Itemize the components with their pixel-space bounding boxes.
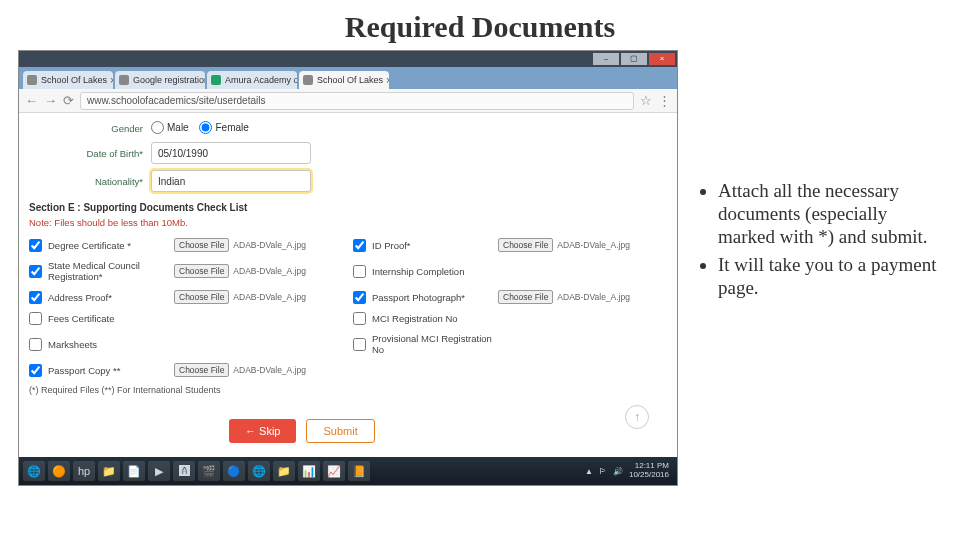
browser-tab[interactable]: Amura Academy of H× bbox=[207, 71, 297, 89]
file-chooser: Choose FileADAB-DVale_A.jpg bbox=[498, 238, 630, 252]
label-dob: Date of Birth* bbox=[29, 148, 151, 159]
document-label: ID Proof* bbox=[372, 240, 492, 251]
slide-bullets: Attach all the necessary documents (espe… bbox=[696, 50, 960, 306]
scroll-to-top-button[interactable]: ↑ bbox=[625, 405, 649, 429]
choose-file-button[interactable]: Choose File bbox=[174, 264, 229, 278]
submit-button[interactable]: Submit bbox=[306, 419, 374, 443]
browser-tab-active[interactable]: School Of Lakes× bbox=[299, 71, 389, 89]
window-titlebar: – ▢ × bbox=[19, 51, 677, 67]
radio-female[interactable]: Female bbox=[199, 121, 248, 134]
document-row: Address Proof*Choose FileADAB-DVale_A.jp… bbox=[29, 290, 343, 304]
favicon-icon bbox=[303, 75, 313, 85]
taskbar-app-icon[interactable]: 🅰 bbox=[173, 461, 195, 481]
bullet-item: It will take you to a payment page. bbox=[718, 254, 938, 300]
browser-tab[interactable]: School Of Lakes× bbox=[23, 71, 113, 89]
choose-file-button[interactable]: Choose File bbox=[174, 238, 229, 252]
document-label: State Medical Council Registration* bbox=[48, 260, 168, 282]
choose-file-button[interactable]: Choose File bbox=[498, 290, 553, 304]
document-checkbox[interactable] bbox=[29, 312, 42, 325]
document-label: Degree Certificate * bbox=[48, 240, 168, 251]
window-close-button[interactable]: × bbox=[649, 53, 675, 65]
document-row: MCI Registration No bbox=[353, 312, 667, 325]
radio-male[interactable]: Male bbox=[151, 121, 189, 134]
url-toolbar: ← → ⟳ www.schoolofacademics/site/userdet… bbox=[19, 89, 677, 113]
document-label: Marksheets bbox=[48, 339, 168, 350]
taskbar-app-icon[interactable]: 📁 bbox=[98, 461, 120, 481]
star-icon[interactable]: ☆ bbox=[640, 93, 652, 108]
reload-icon[interactable]: ⟳ bbox=[63, 93, 74, 108]
window-minimize-button[interactable]: – bbox=[593, 53, 619, 65]
tab-label: Amura Academy of H bbox=[225, 75, 297, 85]
taskbar-app-icon[interactable]: 🎬 bbox=[198, 461, 220, 481]
taskbar-app-icon[interactable]: 🌐 bbox=[248, 461, 270, 481]
choose-file-button[interactable]: Choose File bbox=[174, 290, 229, 304]
file-chooser: Choose FileADAB-DVale_A.jpg bbox=[174, 363, 306, 377]
taskbar-app-icon[interactable]: 📈 bbox=[323, 461, 345, 481]
taskbar-app-icon[interactable]: 🟠 bbox=[48, 461, 70, 481]
document-row: State Medical Council Registration*Choos… bbox=[29, 260, 343, 282]
taskbar-app-icon[interactable]: 📄 bbox=[123, 461, 145, 481]
document-label: Internship Completion bbox=[372, 266, 492, 277]
label-gender: Gender bbox=[29, 123, 151, 134]
document-checkbox[interactable] bbox=[353, 265, 366, 278]
chosen-file-name: ADAB-DVale_A.jpg bbox=[233, 240, 306, 250]
tab-label: School Of Lakes bbox=[41, 75, 107, 85]
document-label: Provisional MCI Registration No bbox=[372, 333, 492, 355]
required-footnote: (*) Required Files (**) For Internationa… bbox=[29, 385, 667, 395]
document-checkbox[interactable] bbox=[353, 239, 366, 252]
taskbar-app-icon[interactable]: 📊 bbox=[298, 461, 320, 481]
chosen-file-name: ADAB-DVale_A.jpg bbox=[557, 240, 630, 250]
dob-input[interactable] bbox=[151, 142, 311, 164]
taskbar-app-icon[interactable]: 🔵 bbox=[223, 461, 245, 481]
favicon-icon bbox=[119, 75, 129, 85]
back-icon[interactable]: ← bbox=[25, 93, 38, 108]
forward-icon[interactable]: → bbox=[44, 93, 57, 108]
radio-label: Male bbox=[167, 122, 189, 133]
favicon-icon bbox=[27, 75, 37, 85]
document-checkbox[interactable] bbox=[29, 364, 42, 377]
skip-button[interactable]: ← Skip bbox=[229, 419, 296, 443]
file-chooser: Choose FileADAB-DVale_A.jpg bbox=[174, 290, 306, 304]
radio-input[interactable] bbox=[151, 121, 164, 134]
document-checkbox[interactable] bbox=[353, 291, 366, 304]
close-icon[interactable]: × bbox=[383, 75, 389, 86]
menu-icon[interactable]: ⋮ bbox=[658, 93, 671, 108]
document-label: Address Proof* bbox=[48, 292, 168, 303]
radio-label: Female bbox=[215, 122, 248, 133]
tray-icon[interactable]: 🔊 bbox=[613, 467, 623, 476]
choose-file-button[interactable]: Choose File bbox=[174, 363, 229, 377]
taskbar-app-icon[interactable]: 📁 bbox=[273, 461, 295, 481]
document-label: MCI Registration No bbox=[372, 313, 492, 324]
document-row: Passport Photograph*Choose FileADAB-DVal… bbox=[353, 290, 667, 304]
tray-icon[interactable]: ▲ bbox=[585, 467, 593, 476]
document-checkbox[interactable] bbox=[29, 239, 42, 252]
document-label: Passport Photograph* bbox=[372, 292, 492, 303]
browser-tab[interactable]: Google registration× bbox=[115, 71, 205, 89]
label-nationality: Nationality* bbox=[29, 176, 151, 187]
nationality-input[interactable] bbox=[151, 170, 311, 192]
chosen-file-name: ADAB-DVale_A.jpg bbox=[233, 266, 306, 276]
document-checkbox[interactable] bbox=[29, 338, 42, 351]
url-text: www.schoolofacademics/site/userdetails bbox=[87, 95, 265, 106]
document-checkbox[interactable] bbox=[353, 338, 366, 351]
choose-file-button[interactable]: Choose File bbox=[498, 238, 553, 252]
document-checkbox[interactable] bbox=[353, 312, 366, 325]
tray-icon[interactable]: 🏳 bbox=[599, 467, 607, 476]
close-icon[interactable]: × bbox=[107, 75, 113, 86]
url-input[interactable]: www.schoolofacademics/site/userdetails bbox=[80, 92, 634, 110]
taskbar: 🌐🟠hp📁📄▶🅰🎬🔵🌐📁📊📈📙 ▲ 🏳 🔊 12:11 PM 10/25/201… bbox=[19, 457, 677, 485]
file-chooser: Choose FileADAB-DVale_A.jpg bbox=[498, 290, 630, 304]
taskbar-app-icon[interactable]: 🌐 bbox=[23, 461, 45, 481]
taskbar-app-icon[interactable]: ▶ bbox=[148, 461, 170, 481]
radio-input[interactable] bbox=[199, 121, 212, 134]
window-maximize-button[interactable]: ▢ bbox=[621, 53, 647, 65]
taskbar-app-icon[interactable]: hp bbox=[73, 461, 95, 481]
tab-label: Google registration bbox=[133, 75, 205, 85]
taskbar-app-icon[interactable]: 📙 bbox=[348, 461, 370, 481]
document-row: Degree Certificate *Choose FileADAB-DVal… bbox=[29, 238, 343, 252]
document-row: Fees Certificate bbox=[29, 312, 343, 325]
document-checkbox[interactable] bbox=[29, 265, 42, 278]
document-row: ID Proof*Choose FileADAB-DVale_A.jpg bbox=[353, 238, 667, 252]
document-checkbox[interactable] bbox=[29, 291, 42, 304]
clock[interactable]: 12:11 PM 10/25/2016 bbox=[629, 462, 669, 480]
